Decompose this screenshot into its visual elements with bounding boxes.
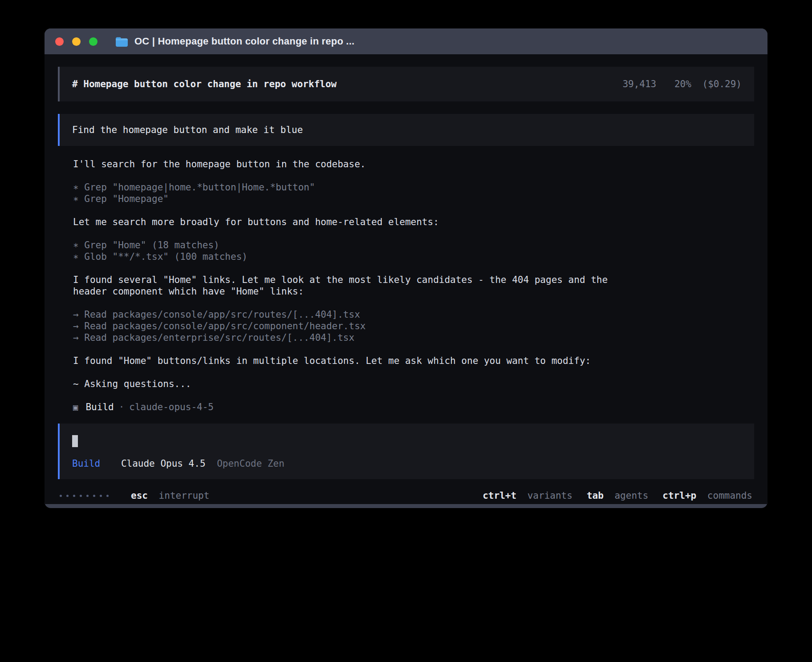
minimize-button[interactable] [72,37,81,46]
tool-call-grep: ∗ Grep "Homepage" [73,193,739,205]
tool-call-grep: ∗ Grep "Home" (18 matches) [73,239,739,251]
assistant-paragraph: I found "Home" buttons/links in multiple… [73,355,629,367]
terminal-window: OC | Homepage button color change in rep… [45,28,767,508]
agent-name: Build [85,401,114,413]
label-agents: agents [614,490,648,501]
hint-variants: ctrl+t variants [483,490,572,501]
terminal-content: # Homepage button color change in repo w… [45,54,767,504]
spinner-dots [60,495,113,497]
assistant-paragraph: I found several "Home" links. Let me loo… [73,274,629,297]
agent-model: claude-opus-4-5 [129,401,214,413]
context-percent: 20% [674,79,691,89]
session-meta: 39,413 20% ($0.29) [622,78,742,90]
tool-call-grep: ∗ Grep "homepage|home.*button|Home.*butt… [73,182,739,193]
session-title: # Homepage button color change in repo w… [72,78,337,90]
hint-interrupt: esc interrupt [131,490,209,501]
label-interrupt: interrupt [159,490,210,501]
label-commands: commands [707,490,752,501]
status-bar-left: esc interrupt [60,490,209,501]
tool-call-read: → Read packages/enterprise/src/routes/[.… [73,332,739,343]
prompt-input[interactable]: Build Claude Opus 4.5 OpenCode Zen [58,424,754,479]
model-label[interactable]: Claude Opus 4.5 [121,458,206,469]
label-variants: variants [528,490,572,501]
folder-icon [115,36,129,47]
text-cursor [72,435,78,447]
window-titlebar[interactable]: OC | Homepage button color change in rep… [45,28,767,54]
agent-separator: · [119,401,125,413]
key-ctrl-t: ctrl+t [483,490,516,501]
hint-commands: ctrl+p commands [662,490,752,501]
user-message-text: Find the homepage button and make it blu… [72,124,303,136]
hint-agents: tab agents [587,490,648,501]
tool-call-glob: ∗ Glob "**/*.tsx" (100 matches) [73,251,739,262]
key-tab: tab [587,490,604,501]
asking-status: ~ Asking questions... [73,378,739,390]
close-button[interactable] [55,37,64,46]
agent-info-row: ▣ Build · claude-opus-4-5 [73,401,739,413]
user-message: Find the homepage button and make it blu… [58,114,754,146]
assistant-paragraph: I'll search for the homepage button in t… [73,158,629,170]
status-bar-right: ctrl+t variants tab agents ctrl+p comman… [468,490,752,501]
assistant-transcript: I'll search for the homepage button in t… [58,158,754,413]
tool-call-read: → Read packages/console/app/src/componen… [73,320,739,332]
tool-call-read: → Read packages/console/app/src/routes/[… [73,309,739,320]
agent-build-icon: ▣ [73,401,78,413]
window-title: OC | Homepage button color change in rep… [134,36,354,47]
tool-call-group: → Read packages/console/app/src/routes/[… [73,309,739,343]
zoom-button[interactable] [89,37,97,46]
key-esc: esc [131,490,148,501]
session-header: # Homepage button color change in repo w… [58,67,754,101]
token-count: 39,413 [622,79,656,89]
input-meta-row: Build Claude Opus 4.5 OpenCode Zen [72,458,742,469]
provider-label: OpenCode Zen [217,458,284,469]
session-cost: ($0.29) [702,79,742,89]
mode-label[interactable]: Build [72,458,100,469]
tool-call-group: ∗ Grep "homepage|home.*button|Home.*butt… [73,182,739,205]
tool-call-group: ∗ Grep "Home" (18 matches) ∗ Glob "**/*.… [73,239,739,262]
key-ctrl-p: ctrl+p [662,490,696,501]
assistant-paragraph: Let me search more broadly for buttons a… [73,216,629,228]
status-bar: esc interrupt ctrl+t variants tab agents… [58,490,754,501]
